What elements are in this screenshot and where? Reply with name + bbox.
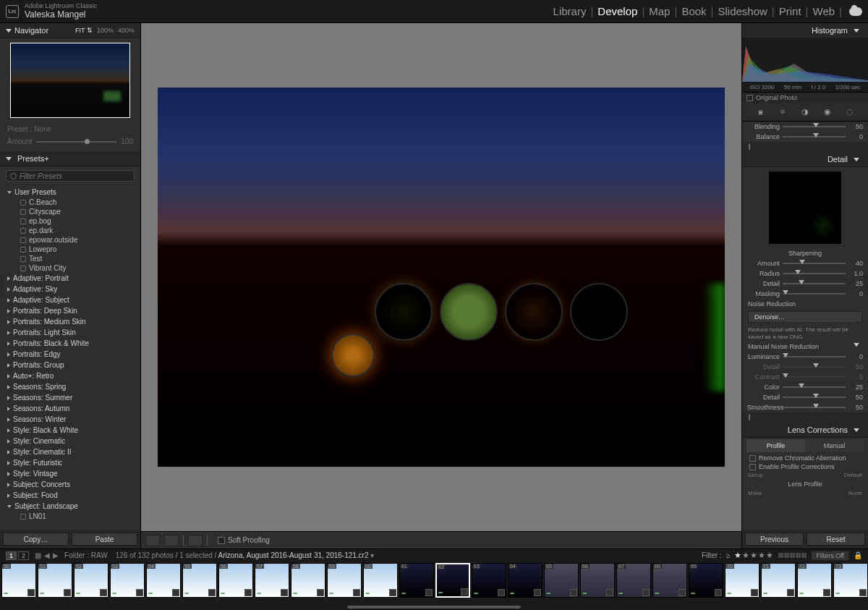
filmstrip-thumb[interactable]: 54••• — [146, 563, 181, 598]
loupe-view-button[interactable] — [145, 535, 160, 546]
color-filter[interactable] — [778, 553, 807, 558]
module-library[interactable]: Library — [553, 5, 587, 17]
color-nr-slider[interactable]: Color25 — [742, 382, 868, 392]
filmstrip-thumb[interactable]: 65••• — [544, 563, 579, 598]
filter-lock-icon[interactable]: 🔒 — [854, 551, 862, 559]
filmstrip-thumb[interactable]: 50••• — [1, 563, 36, 598]
panel-switch-icon[interactable]: ⏽ — [746, 143, 753, 151]
filmstrip-thumb[interactable]: 63••• — [472, 563, 506, 598]
preset-search-input[interactable] — [20, 172, 130, 180]
preset-group[interactable]: Style: Cinematic — [0, 436, 140, 446]
preset-group[interactable]: Portraits: Deep Skin — [0, 305, 140, 316]
module-develop[interactable]: Develop — [597, 5, 637, 17]
filmstrip-thumb[interactable]: 59••• — [327, 563, 362, 598]
redeye-icon[interactable]: ◉ — [822, 106, 833, 118]
module-slideshow[interactable]: Slideshow — [718, 5, 767, 17]
panel-switch-icon[interactable]: ⏽ — [746, 414, 753, 421]
module-book[interactable]: Book — [681, 5, 706, 17]
crop-icon[interactable]: ⌗ — [777, 106, 788, 118]
copy-button[interactable]: Copy… — [3, 533, 69, 546]
filmstrip-thumb[interactable]: 55••• — [182, 563, 217, 598]
preset-item[interactable]: Lowepro — [0, 245, 140, 254]
tab-manual[interactable]: Manual — [805, 439, 864, 452]
luminance-slider[interactable]: Luminance0 — [742, 352, 868, 362]
sharpen-radius-slider[interactable]: Radius1.0 — [742, 268, 868, 279]
preset-group[interactable]: Portraits: Black & White — [0, 338, 140, 349]
filmstrip-thumb[interactable]: 62••• — [435, 563, 470, 598]
mask-icon[interactable]: ◌ — [844, 106, 856, 118]
preset-item[interactable]: ep.bog — [0, 216, 140, 226]
edit-sliders-icon[interactable]: ≡ — [754, 106, 766, 118]
preset-group[interactable]: Subject: Landscape — [0, 501, 140, 512]
filmstrip-thumb[interactable]: 52••• — [74, 563, 109, 598]
preset-group[interactable]: Seasons: Summer — [0, 392, 140, 403]
detail-preview[interactable] — [769, 171, 841, 244]
before-after-button[interactable] — [164, 535, 179, 546]
compare-button[interactable] — [188, 535, 203, 546]
filmstrip-scrollbar[interactable] — [0, 605, 868, 610]
module-print[interactable]: Print — [779, 5, 801, 17]
filmstrip-thumb[interactable]: 51••• — [38, 563, 72, 598]
filmstrip-thumb[interactable]: 72••• — [797, 563, 832, 598]
preset-group[interactable]: Adaptive: Portrait — [0, 273, 140, 284]
add-preset-icon[interactable]: + — [44, 154, 48, 163]
preset-group[interactable]: Seasons: Autumn — [0, 403, 140, 414]
module-web[interactable]: Web — [813, 5, 835, 17]
left-panel-grip[interactable] — [0, 275, 4, 297]
reset-button[interactable]: Reset — [807, 533, 865, 546]
right-panel-grip[interactable] — [864, 275, 868, 297]
preset-item[interactable]: Vibrant City — [0, 263, 140, 273]
filmstrip-thumb[interactable]: 69••• — [689, 563, 723, 598]
denoise-button[interactable]: Denoise… — [748, 311, 862, 323]
preset-group[interactable]: Seasons: Winter — [0, 414, 140, 425]
filmstrip-thumb[interactable]: 60••• — [363, 563, 398, 598]
cloud-sync-icon[interactable] — [849, 7, 862, 16]
filters-off-button[interactable]: Filters Off — [811, 551, 849, 561]
preset-group[interactable]: Auto+: Retro — [0, 370, 140, 381]
preset-item[interactable]: C.Beach — [0, 198, 140, 207]
balance-slider[interactable]: Balance0 — [742, 132, 868, 142]
navigator-header[interactable]: Navigator FIT ⇅100%400% — [0, 23, 140, 38]
source-path[interactable]: Folder : RAW 126 of 132 photos / 1 selec… — [64, 551, 374, 559]
preset-group[interactable]: Subject: Concerts — [0, 479, 140, 490]
filmstrip-thumb[interactable]: 71••• — [761, 563, 796, 598]
preset-group[interactable]: Adaptive: Subject — [0, 295, 140, 305]
nav-fwd-icon[interactable]: ▶ — [53, 551, 59, 559]
filmstrip[interactable]: 50•••51•••52•••53•••54•••55•••56•••57•••… — [0, 562, 868, 605]
filmstrip-thumb[interactable]: 66••• — [580, 563, 615, 598]
remove-ca-check[interactable]: Remove Chromatic Aberration — [742, 454, 868, 462]
heal-icon[interactable]: ◑ — [799, 106, 811, 118]
preset-group[interactable]: Portraits: Light Skin — [0, 327, 140, 338]
histogram[interactable]: ISO 3200 50 mm f / 2.0 1/200 sec — [742, 38, 868, 93]
preset-group[interactable]: Portraits: Group — [0, 360, 140, 370]
preset-group[interactable]: Portraits: Medium Skin — [0, 316, 140, 327]
preset-amount-slider[interactable]: Amount 100 — [0, 136, 140, 151]
lens-header[interactable]: Lens Corrections — [742, 423, 868, 438]
filmstrip-thumb[interactable]: 68••• — [652, 563, 687, 598]
flag-filter-icon[interactable]: ≥ — [726, 551, 731, 559]
lens-make-dropdown[interactable]: MakeNone — [742, 489, 868, 497]
filmstrip-thumb[interactable]: 67••• — [616, 563, 651, 598]
filmstrip-thumb[interactable]: 61••• — [399, 563, 434, 598]
loupe-image[interactable] — [158, 88, 725, 467]
sharpen-masking-slider[interactable]: Masking0 — [742, 289, 868, 299]
nav-back-icon[interactable]: ◀ — [44, 551, 50, 559]
preset-group[interactable]: Adaptive: Sky — [0, 284, 140, 295]
manual-nr-header[interactable]: Manual Noise Reduction — [742, 342, 868, 352]
preset-item[interactable]: Test — [0, 254, 140, 263]
zoom-options[interactable]: FIT ⇅100%400% — [75, 27, 135, 34]
preset-item[interactable]: LN01 — [0, 512, 140, 521]
preset-group[interactable]: Style: Futuristic — [0, 457, 140, 468]
enable-profile-check[interactable]: Enable Profile Corrections — [742, 462, 868, 471]
preset-group[interactable]: Style: Cinematic II — [0, 446, 140, 457]
preset-search[interactable] — [6, 170, 135, 182]
grid-view-icon[interactable]: ▦ — [35, 551, 41, 559]
preset-group[interactable]: Portraits: Edgy — [0, 349, 140, 360]
filmstrip-thumb[interactable]: 58••• — [291, 563, 326, 598]
color-detail-slider[interactable]: Detail50 — [742, 392, 868, 402]
detail-header[interactable]: Detail — [742, 152, 868, 167]
histogram-header[interactable]: Histogram — [742, 23, 868, 38]
filmstrip-thumb[interactable]: 64••• — [508, 563, 542, 598]
preset-item[interactable]: Cityscape — [0, 207, 140, 216]
tab-profile[interactable]: Profile — [746, 439, 805, 452]
